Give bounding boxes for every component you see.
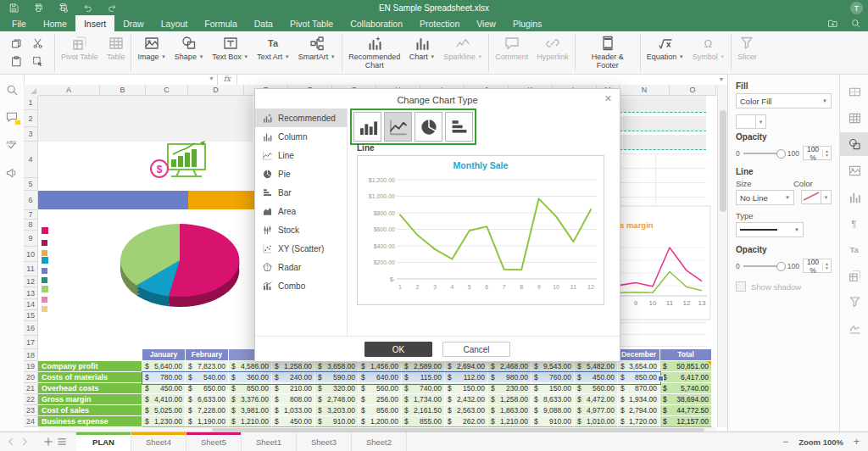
selection-handle[interactable] xyxy=(658,376,664,381)
table-cell[interactable]: $5,025.00 xyxy=(142,405,186,416)
table-cell[interactable]: $740.00 xyxy=(402,383,445,394)
sheet-list-icon[interactable] xyxy=(56,436,68,448)
sheet-tab-sheet5[interactable]: Sheet5 xyxy=(186,432,242,451)
table-cell[interactable]: $850.00 xyxy=(229,383,272,394)
table-header[interactable]: December xyxy=(618,349,660,361)
paragraph-settings-icon[interactable]: ¶ xyxy=(840,211,868,235)
chart-type-area[interactable]: Area xyxy=(255,202,347,220)
zoom-in-button[interactable]: + xyxy=(854,436,860,448)
table-cell[interactable]: $4,472.00 xyxy=(575,394,618,405)
table-cell[interactable]: $2,161.50 xyxy=(402,405,445,416)
toolbar-paste-icon[interactable] xyxy=(10,55,24,69)
spinner-arrows[interactable]: ▲▼ xyxy=(822,149,831,158)
chart-type-column[interactable]: Column xyxy=(255,127,347,146)
row-header-15[interactable]: 15 xyxy=(24,310,38,321)
row-header-17[interactable]: 17 xyxy=(24,336,38,349)
table-cell[interactable]: $1,720.00 xyxy=(618,416,660,427)
row-header-20[interactable]: 20 xyxy=(24,372,38,383)
table-cell[interactable]: $1,230.00 xyxy=(142,416,186,427)
toolbar-header-footer-button[interactable]: Header & Footer xyxy=(577,31,638,70)
menu-tab-data[interactable]: Data xyxy=(246,15,281,31)
toolbar-chart-button[interactable]: Chart ▼ xyxy=(405,31,439,62)
table-cell[interactable]: $1,734.00 xyxy=(402,394,445,405)
toolbar-shape-button[interactable]: Shape ▼ xyxy=(170,31,208,62)
sheet-tab-sheet3[interactable]: Sheet3 xyxy=(297,432,352,451)
pivot-settings-icon[interactable] xyxy=(840,264,868,287)
row-header-11[interactable]: 11 xyxy=(24,262,38,276)
shape-settings-icon[interactable] xyxy=(840,132,868,156)
table-cell[interactable]: $230.00 xyxy=(488,383,531,394)
image-settings-icon[interactable] xyxy=(840,159,868,182)
row-header-13[interactable]: 13 xyxy=(24,287,38,299)
search-icon[interactable] xyxy=(850,18,861,29)
row-header-6[interactable]: 6 xyxy=(24,191,38,210)
sheet-tab-sheet1[interactable]: Sheet1 xyxy=(242,432,297,451)
table-cell[interactable]: $650.00 xyxy=(186,383,229,394)
table-row-label[interactable]: Gross margin xyxy=(38,394,142,405)
fill-type-select[interactable]: Color Fill▼ xyxy=(736,93,832,109)
table-cell[interactable]: $6,633.00 xyxy=(186,394,229,405)
table-cell[interactable]: $1,210.00 xyxy=(229,416,272,427)
table-cell[interactable]: $44,772.50 xyxy=(660,405,712,416)
menu-tab-draw[interactable]: Draw xyxy=(114,15,153,31)
table-cell[interactable]: $2,748.00 xyxy=(315,394,359,405)
open-file-location-icon[interactable] xyxy=(827,18,838,29)
column-header-B[interactable]: B xyxy=(100,85,146,96)
table-cell[interactable]: $12,157.00 xyxy=(660,416,712,427)
opacity-slider-knob[interactable] xyxy=(776,149,786,159)
signature-settings-icon[interactable] xyxy=(840,316,868,340)
form-field[interactable] xyxy=(620,97,706,113)
table-cell[interactable]: $1,033.00 xyxy=(272,405,315,416)
table-cell[interactable]: $5,640.00 xyxy=(142,361,186,372)
menu-tab-home[interactable]: Home xyxy=(35,15,75,31)
menu-tab-file[interactable]: File xyxy=(3,15,35,31)
table-cell[interactable]: $1,200.00 xyxy=(359,416,402,427)
table-cell[interactable]: $2,694.00 xyxy=(445,361,488,372)
table-cell[interactable]: $910.00 xyxy=(531,416,575,427)
name-box[interactable]: ▼ xyxy=(24,75,218,85)
chart-type-combo[interactable]: Combo xyxy=(255,276,347,295)
row-header-4[interactable]: 4 xyxy=(24,142,38,178)
table-cell[interactable]: $980.00 xyxy=(488,372,531,383)
chart-type-xy-scatter[interactable]: XY (Scatter) xyxy=(255,239,347,258)
menu-tab-protection[interactable]: Protection xyxy=(411,15,468,31)
textart-settings-icon[interactable]: Ta xyxy=(840,237,868,261)
table-cell[interactable]: $50,851.00 xyxy=(660,361,712,372)
chart-type-button-pie[interactable] xyxy=(415,112,442,142)
line-type-select[interactable]: ▼ xyxy=(736,222,804,237)
opacity-spinner[interactable]: 100 %▲▼ xyxy=(803,146,832,160)
table-cell[interactable]: $4,410.00 xyxy=(142,394,186,405)
table-cell[interactable]: $262.00 xyxy=(445,416,488,427)
row-header-22[interactable]: 22 xyxy=(24,394,38,405)
table-cell[interactable]: $5,482.00 xyxy=(575,361,618,372)
fill-color-swatch[interactable]: ▼ xyxy=(736,114,766,129)
table-cell[interactable]: $1,258.00 xyxy=(488,394,531,405)
zoom-level[interactable]: Zoom 100% xyxy=(798,437,843,447)
table-settings-icon[interactable] xyxy=(840,106,868,130)
table-cell[interactable]: $5,740.00 xyxy=(660,383,712,394)
table-cell[interactable]: $808.00 xyxy=(272,394,315,405)
table-cell[interactable]: $540.00 xyxy=(186,372,229,383)
toolbar-text-box-button[interactable]: Text Box ▼ xyxy=(208,31,253,62)
comment-icon[interactable] xyxy=(5,110,19,124)
cellset-settings-icon[interactable] xyxy=(840,80,868,103)
prev-sheet-icon[interactable] xyxy=(5,436,17,448)
row-header-10[interactable]: 10 xyxy=(24,247,38,262)
expand-formula-bar-icon[interactable]: ▼ xyxy=(715,75,727,85)
line-size-select[interactable]: No Line▼ xyxy=(736,190,794,205)
chart-settings-icon[interactable] xyxy=(840,185,868,209)
row-header-8[interactable]: 8 xyxy=(24,220,38,231)
table-cell[interactable]: $850.00 xyxy=(618,372,660,383)
table-cell[interactable]: $112.00 xyxy=(445,372,488,383)
menu-tab-plugins[interactable]: Plugins xyxy=(504,15,550,31)
chart-type-stock[interactable]: Stock xyxy=(255,220,347,239)
table-cell[interactable]: $7,228.00 xyxy=(186,405,229,416)
chart-type-recommended[interactable]: Recommended xyxy=(255,109,347,127)
row-header-14[interactable]: 14 xyxy=(24,299,38,310)
table-cell[interactable]: $450.00 xyxy=(272,416,315,427)
table-cell[interactable]: $4,977.00 xyxy=(575,405,618,416)
line-opacity-slider-knob[interactable] xyxy=(776,262,786,271)
table-row-label[interactable]: Overhead costs xyxy=(38,383,142,394)
chart-type-radar[interactable]: Radar xyxy=(255,258,347,276)
slicer-settings-icon[interactable] xyxy=(840,290,868,314)
